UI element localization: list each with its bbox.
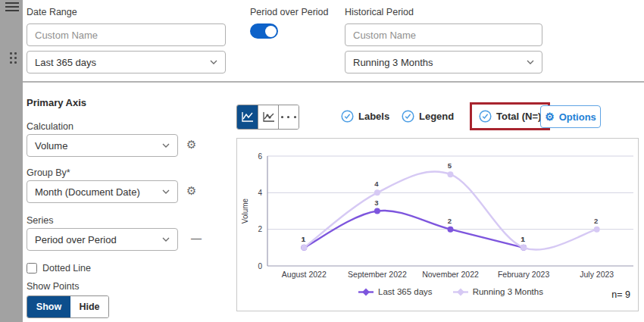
calculation-settings-gear-icon[interactable]: ⚙	[186, 139, 196, 150]
svg-text:2: 2	[258, 225, 262, 233]
calculation-selected-value: Volume	[35, 140, 67, 152]
labels-toggle-label: Labels	[358, 111, 389, 122]
chevron-down-icon	[162, 237, 170, 242]
group-by-settings-gear-icon[interactable]: ⚙	[186, 185, 196, 196]
legend-toggle-label: Legend	[419, 111, 454, 122]
legend-marker-icon	[452, 288, 469, 296]
legend-marker-icon	[358, 288, 374, 296]
series-label: Series	[27, 215, 53, 226]
svg-text:September 2022: September 2022	[348, 270, 407, 279]
calculation-label: Calculation	[27, 121, 73, 132]
drag-handle-icon[interactable]	[10, 52, 17, 64]
svg-text:February 2023: February 2023	[498, 270, 549, 279]
historical-period-select[interactable]: Running 3 Months	[345, 51, 542, 73]
check-circle-icon	[479, 110, 492, 123]
chevron-down-icon	[527, 60, 534, 64]
total-n-toggle-label: Total (N=)	[496, 111, 541, 122]
series-selected-value: Period over Period	[35, 234, 117, 245]
chart-more-options-kebab-icon[interactable]	[278, 105, 299, 129]
line-chart-type-button[interactable]	[237, 105, 258, 129]
svg-text:0: 0	[258, 262, 262, 270]
svg-text:2: 2	[594, 217, 598, 225]
legend-toggle[interactable]: Legend	[402, 110, 454, 123]
series-select[interactable]: Period over Period	[27, 228, 178, 251]
hamburger-menu-icon[interactable]	[5, 2, 19, 14]
date-range-selected-value: Last 365 days	[35, 57, 96, 68]
check-circle-icon	[341, 110, 354, 123]
svg-text:5: 5	[448, 161, 452, 170]
hide-button[interactable]: Hide	[70, 296, 108, 317]
options-button-label: Options	[559, 111, 596, 123]
period-over-period-label: Period over Period	[250, 7, 329, 17]
svg-text:2: 2	[448, 217, 452, 225]
legend-item[interactable]: Last 365 days	[358, 287, 433, 296]
line-chart-canvas: 0246VolumeAugust 2022September 2022Novem…	[237, 139, 638, 289]
chart-legend: Last 365 daysRunning 3 Months	[267, 287, 633, 296]
svg-text:4: 4	[258, 189, 262, 197]
line-chart-icon	[241, 111, 254, 123]
svg-text:6: 6	[258, 152, 262, 161]
svg-text:Volume: Volume	[241, 198, 249, 224]
svg-text:August 2022: August 2022	[282, 270, 327, 279]
group-by-select[interactable]: Month (Document Date)	[27, 180, 178, 203]
series-remove-minus-icon[interactable]: —	[191, 233, 202, 243]
historical-period-label: Historical Period	[345, 7, 414, 17]
svg-text:4: 4	[374, 180, 379, 188]
date-range-label: Date Range	[27, 7, 77, 17]
options-button[interactable]: ⚙ Options	[540, 105, 601, 128]
period-over-period-toggle[interactable]	[250, 23, 278, 39]
total-n-highlight-box: Total (N=)	[470, 102, 550, 130]
sample-size-label: n= 9	[611, 289, 630, 300]
svg-text:November 2022: November 2022	[422, 270, 479, 279]
chevron-down-icon	[210, 60, 217, 64]
gear-icon: ⚙	[545, 111, 555, 123]
chevron-down-icon	[162, 189, 170, 194]
dotted-line-label: Dotted Line	[42, 263, 91, 274]
chart-container: 0246VolumeAugust 2022September 2022Novem…	[236, 138, 639, 311]
dotted-line-checkbox[interactable]	[27, 263, 37, 274]
line-points-chart-type-button[interactable]	[258, 105, 278, 129]
labels-toggle[interactable]: Labels	[341, 110, 389, 123]
analytics-widget-editor: Date Range Last 365 days Period over Per…	[0, 0, 644, 322]
group-by-selected-value: Month (Document Date)	[35, 186, 140, 198]
historical-period-custom-name-input[interactable]	[345, 23, 542, 46]
svg-text:3: 3	[374, 199, 378, 207]
svg-text:1: 1	[521, 235, 525, 243]
line-points-chart-icon	[262, 111, 275, 123]
show-points-label: Show Points	[27, 281, 79, 292]
calculation-select[interactable]: Volume	[27, 134, 178, 157]
legend-item[interactable]: Running 3 Months	[452, 287, 543, 296]
toggle-knob	[265, 26, 277, 37]
show-points-segmented-control: Show Hide	[27, 295, 109, 318]
check-circle-icon	[402, 110, 414, 123]
chart-type-segmented-control	[236, 105, 299, 130]
section-divider	[23, 81, 644, 83]
date-range-custom-name-input[interactable]	[27, 23, 226, 46]
left-rail	[0, 0, 23, 322]
date-range-select[interactable]: Last 365 days	[27, 51, 226, 73]
chevron-down-icon	[162, 143, 170, 148]
group-by-label: Group By*	[27, 167, 70, 178]
svg-text:1: 1	[302, 235, 306, 243]
historical-period-selected-value: Running 3 Months	[353, 57, 433, 68]
svg-text:July 2023: July 2023	[580, 270, 614, 279]
show-button[interactable]: Show	[27, 296, 70, 317]
primary-axis-title: Primary Axis	[27, 97, 86, 108]
legend-item-label: Running 3 Months	[473, 287, 543, 296]
legend-item-label: Last 365 days	[378, 287, 433, 296]
total-n-toggle[interactable]: Total (N=)	[479, 110, 541, 123]
